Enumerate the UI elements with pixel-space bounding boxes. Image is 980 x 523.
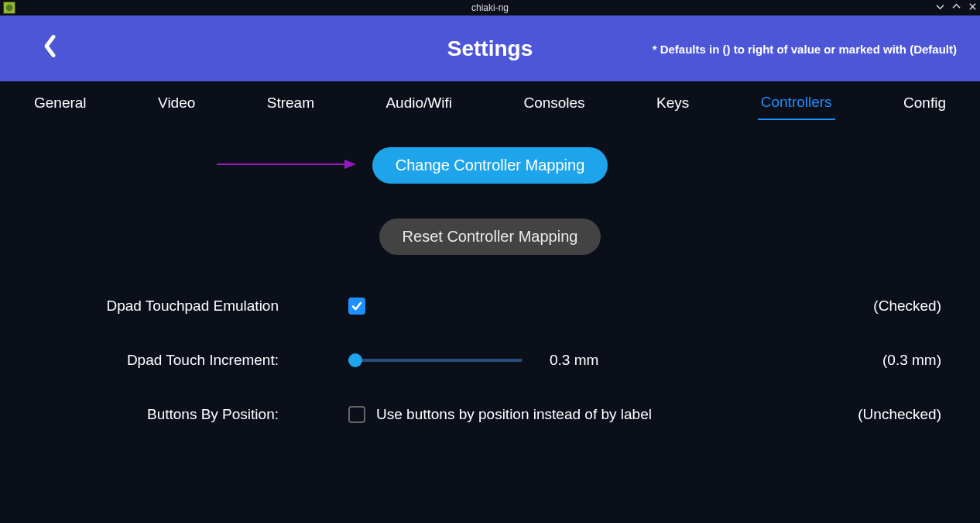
- tab-config[interactable]: Config: [900, 87, 949, 119]
- svg-point-0: [6, 5, 13, 12]
- annotation-arrow: [217, 157, 356, 172]
- titlebar: chiaki-ng: [0, 0, 980, 15]
- setting-label: Dpad Touchpad Emulation: [23, 298, 348, 315]
- window-controls: [936, 0, 977, 15]
- tab-stream[interactable]: Stream: [264, 87, 317, 119]
- settings-header: Settings * Defaults in () to right of va…: [0, 15, 980, 81]
- tab-keys[interactable]: Keys: [653, 87, 692, 119]
- app-window: chiaki-ng Settings * Defaults in () to r…: [0, 0, 980, 523]
- tab-controllers[interactable]: Controllers: [758, 86, 835, 120]
- defaults-note: * Defaults in () to right of value or ma…: [653, 42, 957, 55]
- change-controller-mapping-button[interactable]: Change Controller Mapping: [372, 147, 608, 184]
- slider-thumb[interactable]: [348, 353, 362, 367]
- dpad-touchpad-checkbox[interactable]: [348, 298, 365, 315]
- app-icon: [3, 2, 15, 14]
- setting-label: Dpad Touch Increment:: [23, 352, 348, 369]
- buttons-by-position-checkbox[interactable]: [348, 406, 365, 423]
- maximize-icon[interactable]: [952, 2, 961, 13]
- dpad-increment-slider[interactable]: [348, 359, 523, 362]
- svg-marker-2: [344, 160, 356, 169]
- tab-video[interactable]: Video: [155, 87, 198, 119]
- setting-default: (Unchecked): [786, 406, 957, 423]
- close-icon[interactable]: [968, 2, 977, 13]
- setting-buttons-by-position: Buttons By Position: Use buttons by posi…: [0, 406, 980, 423]
- tab-consoles[interactable]: Consoles: [520, 87, 588, 119]
- controllers-panel: Change Controller Mapping Reset Controll…: [0, 124, 980, 523]
- tab-general[interactable]: General: [31, 87, 90, 119]
- checkbox-label: Use buttons by position instead of by la…: [376, 406, 652, 423]
- tab-audiowifi[interactable]: Audio/Wifi: [382, 87, 455, 119]
- reset-controller-mapping-button[interactable]: Reset Controller Mapping: [379, 218, 601, 255]
- check-icon: [351, 300, 363, 312]
- setting-dpad-touchpad-emulation: Dpad Touchpad Emulation (Checked): [0, 298, 980, 315]
- setting-dpad-touch-increment: Dpad Touch Increment: 0.3 mm (0.3 mm): [0, 352, 980, 369]
- window-title: chiaki-ng: [0, 2, 980, 13]
- setting-default: (0.3 mm): [786, 352, 957, 369]
- controller-settings: Dpad Touchpad Emulation (Checked) Dpad T…: [0, 298, 980, 423]
- settings-tabs: General Video Stream Audio/Wifi Consoles…: [0, 81, 980, 124]
- setting-label: Buttons By Position:: [23, 406, 348, 423]
- slider-value: 0.3 mm: [550, 352, 598, 369]
- back-button[interactable]: [43, 34, 57, 63]
- minimize-icon[interactable]: [936, 2, 944, 13]
- mapping-buttons: Change Controller Mapping Reset Controll…: [0, 147, 980, 255]
- setting-default: (Checked): [786, 298, 957, 315]
